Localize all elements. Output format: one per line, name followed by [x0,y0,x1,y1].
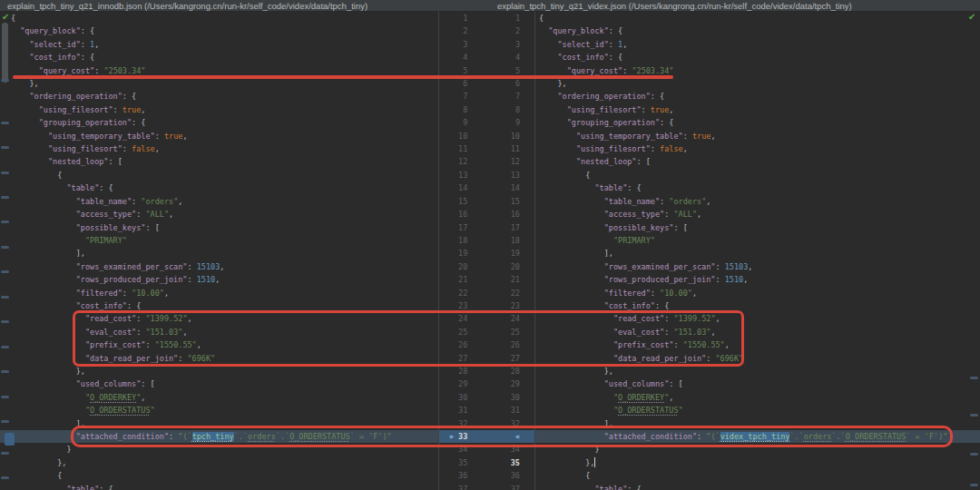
line-number-left[interactable]: 35 [439,456,471,469]
code-line-right-20[interactable]: "rows_examined_per_scan": 15103, [535,260,980,273]
code-line-left-22[interactable]: "filtered": "10.00", [0,287,438,299]
code-line-left-14[interactable]: "table": { [0,181,438,194]
code-line-left-28[interactable]: }, [0,365,438,377]
code-line-left-16[interactable]: "access_type": "ALL", [0,208,438,220]
line-number-left[interactable]: 23 [439,299,471,312]
code-line-left-8[interactable]: "using_filesort": true, [0,103,438,116]
code-line-right-22[interactable]: "filtered": "10.00", [535,287,980,299]
line-number-left[interactable]: 17 [439,221,471,234]
code-line-right-16[interactable]: "access_type": "ALL", [535,208,980,220]
code-line-left-21[interactable]: "rows_produced_per_join": 1510, [0,273,438,286]
code-line-left-1[interactable]: { [0,12,438,24]
code-line-right-4[interactable]: "cost_info": { [535,51,980,64]
line-number-right[interactable]: 22 [471,287,534,299]
line-number-right[interactable]: 32 [471,417,534,430]
code-line-right-32[interactable]: ], [535,417,980,430]
code-line-left-4[interactable]: "cost_info": { [0,51,438,64]
line-number-left[interactable]: 13 [439,169,471,181]
code-line-right-17[interactable]: "possible_keys": [ [535,221,980,234]
gutter-row-17[interactable]: 1717 [439,221,534,234]
code-line-right-18[interactable]: "PRIMARY" [535,234,980,247]
code-line-left-33[interactable]: "attached_condition": "(`tpch_tiny`.`ord… [0,430,438,443]
editor-pane-right[interactable]: { "query_block": { "select_id": 1, "cost… [535,12,980,490]
line-number-right[interactable]: 4 [471,51,534,64]
code-line-right-6[interactable]: }, [535,77,980,90]
left-scrollbar-thumb[interactable] [2,23,8,83]
code-line-left-17[interactable]: "possible_keys": [ [0,221,438,234]
line-number-left[interactable]: 19 [439,247,471,260]
line-number-left[interactable]: 24 [439,312,471,325]
line-number-left[interactable]: 31 [439,404,471,416]
line-number-left[interactable]: 12 [439,155,471,168]
line-number-right[interactable]: 8 [471,103,534,116]
code-line-left-26[interactable]: "prefix_cost": "1550.55", [0,338,438,351]
line-number-right[interactable]: 1 [471,12,534,24]
gutter-row-36[interactable]: 3636 [439,469,534,482]
code-line-left-18[interactable]: "PRIMARY" [0,234,438,247]
gutter-row-21[interactable]: 2121 [439,273,534,286]
gutter-row-3[interactable]: 33 [439,38,534,51]
line-number-right[interactable]: 26 [471,338,534,351]
line-number-left[interactable]: 2 [439,24,471,37]
code-line-left-10[interactable]: "using_temporary_table": true, [0,130,438,142]
gutter-row-26[interactable]: 2626 [439,338,534,351]
code-line-right-34[interactable]: } [535,443,980,456]
line-number-right[interactable]: 20 [471,260,534,273]
gutter-row-19[interactable]: 1919 [439,247,534,260]
line-number-left[interactable]: 20 [439,260,471,273]
line-number-right[interactable]: 25 [471,326,534,338]
gutter-row-24[interactable]: 2424 [439,312,534,325]
code-line-right-10[interactable]: "using_temporary_table": true, [535,130,980,142]
line-number-left[interactable]: 7 [439,90,471,103]
gutter-row-2[interactable]: 22 [439,24,534,37]
code-line-right-1[interactable]: { [535,12,980,24]
code-line-left-31[interactable]: "O_ORDERSTATUS" [0,404,438,416]
line-number-right[interactable]: 10 [471,130,534,142]
code-line-right-11[interactable]: "using_filesort": false, [535,142,980,155]
line-number-left[interactable]: 15 [439,195,471,208]
gutter-row-18[interactable]: 1818 [439,234,534,247]
code-line-right-19[interactable]: ], [535,247,980,260]
code-line-right-25[interactable]: "eval_cost": "151.03", [535,326,980,338]
code-line-left-11[interactable]: "using_filesort": false, [0,142,438,155]
code-line-right-27[interactable]: "data_read_per_join": "696K" [535,352,980,365]
line-number-left[interactable]: 10 [439,130,471,142]
line-number-left[interactable]: 5 [439,64,471,77]
gutter-row-31[interactable]: 3131 [439,404,534,416]
code-line-right-29[interactable]: "used_columns": [ [535,377,980,390]
code-line-right-33[interactable]: "attached_condition": "(`videx_tpch_tiny… [535,430,980,443]
line-number-left[interactable]: 8 [439,103,471,116]
inspections-ok-icon-left[interactable]: ✔ [2,12,9,22]
code-line-right-21[interactable]: "rows_produced_per_join": 1510, [535,273,980,286]
code-line-right-13[interactable]: { [535,169,980,181]
line-number-right[interactable]: 13 [471,169,534,181]
gutter-row-7[interactable]: 77 [439,90,534,103]
line-number-left[interactable]: 36 [439,469,471,482]
line-number-right[interactable]: 14 [471,181,534,194]
code-line-left-6[interactable]: }, [0,77,438,90]
line-number-left[interactable]: 16 [439,208,471,220]
line-number-left[interactable]: 21 [439,273,471,286]
line-number-right[interactable]: 28 [471,365,534,377]
code-line-left-24[interactable]: "read_cost": "1399.52", [0,312,438,325]
line-number-left[interactable]: 4 [439,51,471,64]
code-line-left-9[interactable]: "grouping_operation": { [0,116,438,129]
code-line-right-24[interactable]: "read_cost": "1399.52", [535,312,980,325]
line-number-right[interactable]: 15 [471,195,534,208]
code-line-left-13[interactable]: { [0,169,438,181]
code-line-left-5[interactable]: "query_cost": "2503.34" [0,64,438,77]
line-number-right[interactable]: 35 [471,456,534,469]
code-line-right-36[interactable]: { [535,469,980,482]
gutter-row-23[interactable]: 2323 [439,299,534,312]
gutter-row-32[interactable]: 3232 [439,417,534,430]
code-line-left-19[interactable]: ], [0,247,438,260]
line-number-left[interactable]: 3 [439,38,471,51]
line-number-right[interactable]: 6 [471,77,534,90]
gutter-row-30[interactable]: 3030 [439,391,534,404]
line-number-left[interactable]: 27 [439,352,471,365]
code-line-right-30[interactable]: "O_ORDERKEY", [535,391,980,404]
code-line-left-23[interactable]: "cost_info": { [0,299,438,312]
code-line-right-35[interactable]: }, [535,456,980,469]
line-number-left[interactable]: 1 [439,12,471,24]
line-number-left[interactable]: 32 [439,417,471,430]
